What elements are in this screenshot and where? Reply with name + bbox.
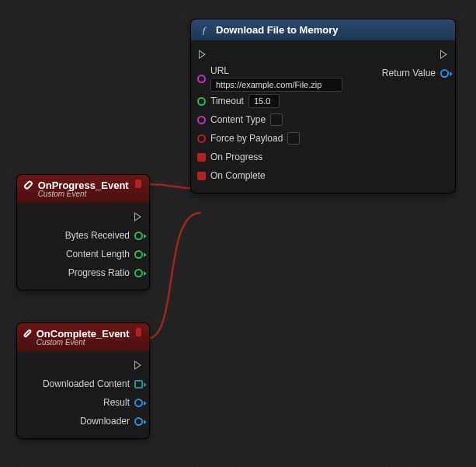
object-pin-icon <box>134 417 143 426</box>
delegate-out-pin[interactable] <box>136 328 141 336</box>
delegate-pin-icon <box>197 153 206 162</box>
progress-ratio-pin[interactable]: Progress Ratio <box>68 265 143 281</box>
node-body: Downloaded Content Result Downloader <box>17 351 149 438</box>
node-title: Download File to Memory <box>216 24 338 36</box>
progress-ratio-label: Progress Ratio <box>68 267 130 278</box>
exec-in-pin[interactable] <box>197 47 207 62</box>
float-pin-icon <box>134 250 143 259</box>
bool-pin-icon <box>197 134 206 143</box>
force-by-payload-pin[interactable]: Force by Payload <box>197 131 300 146</box>
object-pin-icon <box>440 69 449 78</box>
node-on-progress-event[interactable]: OnProgress_Event Custom Event Bytes Rece… <box>17 175 149 290</box>
downloaded-content-pin[interactable]: Downloaded Content <box>43 376 143 392</box>
float-pin-icon <box>197 97 206 106</box>
force-by-payload-checkbox[interactable] <box>287 132 300 145</box>
content-type-pin[interactable]: Content Type <box>197 112 283 127</box>
url-label: URL <box>210 65 342 76</box>
exec-icon <box>134 212 141 221</box>
result-label: Result <box>103 397 130 408</box>
exec-icon <box>134 361 141 370</box>
on-complete-label: On Complete <box>210 170 266 181</box>
node-on-complete-event[interactable]: OnComplete_Event Custom Event Downloaded… <box>17 323 149 438</box>
return-value-label: Return Value <box>382 68 436 78</box>
delegate-out-pin[interactable] <box>135 179 141 188</box>
downloader-label: Downloader <box>80 416 130 427</box>
content-length-label: Content Length <box>66 249 130 260</box>
downloader-pin[interactable]: Downloader <box>80 413 143 429</box>
on-progress-label: On Progress <box>210 152 262 162</box>
struct-pin-icon <box>134 380 143 389</box>
exec-out-pin[interactable] <box>133 209 143 225</box>
timeout-label: Timeout <box>210 96 244 106</box>
timeout-input[interactable] <box>248 94 280 108</box>
exec-icon <box>440 50 447 59</box>
content-type-input[interactable] <box>270 113 283 126</box>
bytes-received-label: Bytes Received <box>65 230 130 241</box>
exec-out-pin[interactable] <box>133 357 143 373</box>
on-progress-pin[interactable]: On Progress <box>197 149 262 165</box>
float-pin-icon <box>134 269 143 277</box>
node-body: URL Return Value Timeout Content Type <box>191 40 455 193</box>
node-body: Bytes Received Content Length Progress R… <box>17 203 149 290</box>
node-header[interactable]: OnProgress_Event Custom Event <box>17 175 149 203</box>
string-pin-icon <box>197 116 206 124</box>
string-pin-icon <box>197 75 206 83</box>
node-header[interactable]: OnComplete_Event Custom Event <box>17 323 149 351</box>
exec-icon <box>199 50 206 59</box>
force-by-payload-label: Force by Payload <box>210 133 283 144</box>
node-header[interactable]: ƒ Download File to Memory <box>191 19 455 40</box>
bytes-received-pin[interactable]: Bytes Received <box>65 228 143 243</box>
timeout-pin[interactable]: Timeout <box>197 93 280 109</box>
url-input[interactable] <box>210 78 342 92</box>
url-pin[interactable]: URL <box>197 65 342 92</box>
result-pin[interactable]: Result <box>103 395 143 410</box>
delegate-pin-icon <box>197 172 206 180</box>
exec-out-pin[interactable] <box>439 47 449 62</box>
content-type-label: Content Type <box>210 114 266 125</box>
downloaded-content-label: Downloaded Content <box>43 378 130 389</box>
content-length-pin[interactable]: Content Length <box>66 246 143 262</box>
return-value-pin[interactable]: Return Value <box>382 65 449 81</box>
node-subtitle: Custom Event <box>38 190 129 198</box>
function-icon: ƒ <box>199 25 210 36</box>
on-complete-pin[interactable]: On Complete <box>197 168 266 183</box>
node-download-file-to-memory[interactable]: ƒ Download File to Memory URL Return Val… <box>191 19 455 193</box>
node-subtitle: Custom Event <box>36 338 130 347</box>
event-icon <box>25 179 32 190</box>
float-pin-icon <box>134 232 143 240</box>
event-icon <box>25 328 30 339</box>
enum-pin-icon <box>134 399 143 407</box>
